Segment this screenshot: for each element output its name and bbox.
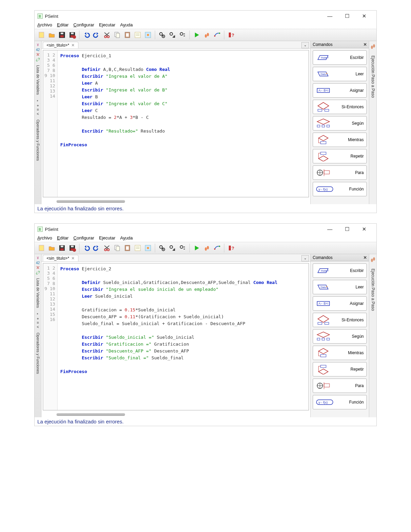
paste-icon[interactable]: [123, 30, 132, 40]
rail-ornament: *+=<: [37, 312, 39, 329]
cmd-leer[interactable]: Dato1Leer: [313, 280, 367, 294]
rail-ornament: ¥: [37, 256, 39, 260]
undo-icon[interactable]: [82, 30, 91, 40]
help-icon[interactable]: ?: [226, 30, 236, 40]
svg-point-50: [373, 44, 375, 48]
copy-icon[interactable]: [112, 243, 122, 253]
cmd-asignar[interactable]: A←B+iAsignar: [313, 83, 367, 98]
svg-point-79: [214, 248, 215, 250]
stepexec-label[interactable]: Ejecución Paso a Paso: [371, 269, 375, 311]
findnext-icon[interactable]: [167, 243, 177, 253]
maximize-button[interactable]: ☐: [341, 13, 352, 19]
menu-archivo[interactable]: Archivo: [37, 22, 52, 27]
footsteps-icon[interactable]: [370, 43, 376, 52]
close-panel-icon[interactable]: ✕: [363, 255, 367, 260]
tab-dropdown-icon[interactable]: ⌄: [301, 255, 309, 261]
cut-icon[interactable]: [102, 243, 112, 253]
cmd-para[interactable]: Para: [313, 379, 367, 393]
paste-icon[interactable]: [123, 243, 132, 253]
flowchart-icon[interactable]: [212, 30, 222, 40]
new-icon[interactable]: [37, 30, 46, 40]
tab-dropdown-icon[interactable]: ⌄: [301, 42, 309, 48]
cmd-asignar[interactable]: A←B+iAsignar: [313, 296, 367, 311]
svg-rect-88: [325, 322, 329, 324]
cmd-según[interactable]: Según: [313, 329, 367, 344]
h-scrollbar[interactable]: [57, 413, 125, 416]
copy-icon[interactable]: [112, 30, 122, 40]
saveas-icon[interactable]: [67, 30, 77, 40]
cmd-si-entonces[interactable]: Si-Entonces: [313, 100, 367, 114]
code-text[interactable]: Proceso Ejercicio_2 Definir Sueldo_inici…: [58, 263, 309, 410]
redo-icon[interactable]: [92, 30, 101, 40]
menu-ayuda[interactable]: Ayuda: [120, 22, 133, 27]
undo-icon[interactable]: [82, 243, 91, 253]
cmd-escribir[interactable]: 'Hola !'Escribir: [313, 263, 367, 278]
notes-icon[interactable]: [133, 30, 142, 40]
cmd-función[interactable]: y←f(x)Función: [313, 395, 367, 409]
pseint-window-1: ≣ PSeInt — ☐ ✕ Archivo Editar Configurar…: [34, 10, 377, 213]
cmd-mientras[interactable]: Mientras: [313, 133, 367, 147]
vars-panel-label[interactable]: Lista de Variables: [36, 278, 40, 308]
menu-ejecutar[interactable]: Ejecutar: [99, 22, 115, 27]
stepexec-label[interactable]: Ejecución Paso a Paso: [371, 55, 375, 98]
vars-panel-label[interactable]: Lista de Variables: [36, 65, 40, 95]
open-icon[interactable]: [47, 243, 57, 253]
find-icon[interactable]: [157, 30, 167, 40]
menu-editar[interactable]: Editar: [57, 235, 68, 240]
ops-panel-label[interactable]: Operadores y Funciones: [36, 333, 40, 374]
cmd-según[interactable]: Según: [313, 116, 367, 131]
new-icon[interactable]: [37, 243, 46, 253]
redo-icon[interactable]: [92, 243, 101, 253]
flowchart-icon[interactable]: [212, 243, 222, 253]
code-editor[interactable]: 1 2 3 4 5 6 7 8 9 10 11 12 13 14 15 16 P…: [43, 263, 309, 410]
step-icon[interactable]: [202, 30, 212, 40]
minimize-button[interactable]: —: [324, 226, 335, 232]
save-icon[interactable]: [57, 243, 67, 253]
highlight-icon[interactable]: [143, 243, 153, 253]
step-icon[interactable]: [202, 243, 212, 253]
find-icon[interactable]: [157, 243, 167, 253]
code-text[interactable]: Proceso Ejercicio_1 Definir A,B,C,Result…: [58, 50, 309, 197]
cmd-si-entonces[interactable]: Si-Entonces: [313, 313, 367, 327]
close-tab-icon[interactable]: ✕: [71, 256, 75, 261]
run-icon[interactable]: [192, 30, 201, 40]
menu-ejecutar[interactable]: Ejecutar: [99, 235, 115, 240]
ops-panel-label[interactable]: Operadores y Funciones: [36, 120, 40, 161]
saveas-icon[interactable]: [67, 243, 77, 253]
cmd-repetir[interactable]: Repetir: [313, 149, 367, 163]
cmd-para[interactable]: Para: [313, 165, 367, 180]
highlight-icon[interactable]: [143, 30, 153, 40]
minimize-button[interactable]: —: [324, 13, 335, 19]
h-scrollbar[interactable]: [57, 200, 125, 203]
replace-icon[interactable]: [178, 243, 187, 253]
help-icon[interactable]: ?: [226, 243, 236, 253]
cut-icon[interactable]: [102, 30, 112, 40]
footsteps-icon[interactable]: [370, 256, 376, 265]
line-gutter: 1 2 3 4 5 6 7 8 9 10 11 12 13 14 15 16: [43, 263, 58, 410]
menu-editar[interactable]: Editar: [57, 22, 68, 27]
replace-icon[interactable]: [178, 30, 187, 40]
menu-configurar[interactable]: Configurar: [73, 235, 94, 240]
cmd-mientras[interactable]: Mientras: [313, 346, 367, 360]
close-panel-icon[interactable]: ✕: [363, 42, 367, 47]
cmd-leer[interactable]: Dato1Leer: [313, 67, 367, 81]
close-window-button[interactable]: ✕: [359, 13, 370, 19]
open-icon[interactable]: [47, 30, 57, 40]
cmd-escribir[interactable]: 'Hola !'Escribir: [313, 50, 367, 65]
cmd-función[interactable]: y←f(x)Función: [313, 182, 367, 196]
maximize-button[interactable]: ☐: [341, 226, 352, 232]
tab-file[interactable]: <sin_titulo>* ✕: [43, 255, 78, 261]
cmd-repetir[interactable]: Repetir: [313, 362, 367, 376]
commands-panel: Comandos ✕ 'Hola !'EscribirDato1LeerA←B+…: [311, 41, 369, 204]
notes-icon[interactable]: [133, 243, 142, 253]
findnext-icon[interactable]: [167, 30, 177, 40]
tab-file[interactable]: <sin_titulo>* ✕: [43, 42, 78, 48]
menu-configurar[interactable]: Configurar: [73, 22, 94, 27]
close-tab-icon[interactable]: ✕: [71, 43, 75, 48]
menu-ayuda[interactable]: Ayuda: [120, 235, 133, 240]
close-window-button[interactable]: ✕: [359, 226, 370, 232]
menu-archivo[interactable]: Archivo: [37, 235, 52, 240]
run-icon[interactable]: [192, 243, 201, 253]
code-editor[interactable]: 1 2 3 4 5 6 7 8 9 10 11 12 13 14 Proceso…: [43, 50, 309, 197]
save-icon[interactable]: [57, 30, 67, 40]
